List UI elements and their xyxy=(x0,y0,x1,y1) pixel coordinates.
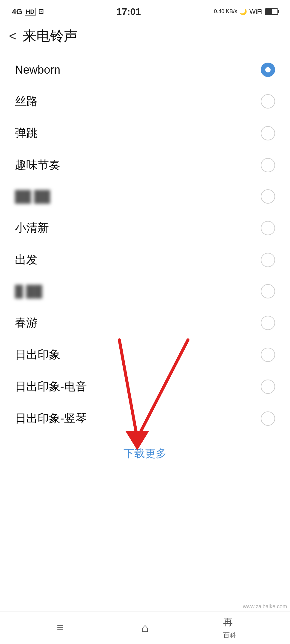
wifi-icon: WiFi xyxy=(249,8,263,16)
ringtone-name: 春游 xyxy=(15,315,38,330)
page-title: 来电铃声 xyxy=(23,27,78,45)
radio-button[interactable] xyxy=(261,253,275,267)
ringtone-name: 趣味节奏 xyxy=(15,157,60,173)
moon-icon: 🌙 xyxy=(240,8,247,15)
radio-button[interactable] xyxy=(261,158,275,172)
ringtone-name: █ ██ xyxy=(15,285,42,298)
ringtone-name: 日出印象 xyxy=(15,347,60,362)
download-more-link[interactable]: 下载更多 xyxy=(124,447,166,459)
status-bar: 4G HD ⊡ 17:01 0.40 KB/s 🌙 WiFi xyxy=(0,0,290,21)
ringtone-item[interactable]: █ ██ xyxy=(0,276,290,307)
radio-button[interactable] xyxy=(261,94,275,109)
battery-icon xyxy=(265,8,278,15)
ringtone-item[interactable]: 出发 xyxy=(0,244,290,276)
radio-button[interactable] xyxy=(261,284,275,298)
ringtone-name: Newborn xyxy=(15,64,60,76)
radio-button[interactable] xyxy=(261,411,275,426)
ringtone-name: 出发 xyxy=(15,252,38,267)
radio-button[interactable] xyxy=(261,221,275,235)
ringtone-item[interactable]: 丝路 xyxy=(0,85,290,117)
data-speed: 0.40 KB/s xyxy=(214,8,237,15)
nav-home[interactable]: ⌂ xyxy=(103,621,187,634)
ringtone-name: 日出印象-电音 xyxy=(15,379,87,394)
download-more-section: 下载更多 xyxy=(0,437,290,473)
back-button[interactable]: < xyxy=(9,30,17,43)
radio-button[interactable] xyxy=(261,316,275,330)
radio-button[interactable] xyxy=(261,380,275,394)
radio-button[interactable] xyxy=(261,126,275,140)
ringtone-item[interactable]: Newborn xyxy=(0,54,290,85)
ringtone-name: ██ ██ xyxy=(15,190,50,203)
ringtone-item[interactable]: 趣味节奏 xyxy=(0,149,290,181)
signal-text: 4G xyxy=(12,7,22,16)
ringtone-name: 小清新 xyxy=(15,220,49,236)
wiki-icon: 再百科 xyxy=(223,616,236,640)
watermark: www.zaibaike.com xyxy=(243,603,287,610)
ringtone-name: 日出印象-竖琴 xyxy=(15,411,87,426)
ringtone-item[interactable]: 弹跳 xyxy=(0,117,290,149)
radio-button[interactable] xyxy=(261,189,275,204)
ringtone-list: Newborn丝路弹跳趣味节奏██ ██小清新出发█ ██春游日出印象日出印象-… xyxy=(0,51,290,437)
screen-record-icon: ⊡ xyxy=(38,8,44,16)
ringtone-item[interactable]: 日出印象 xyxy=(0,339,290,371)
radio-button[interactable] xyxy=(261,63,275,77)
nav-menu[interactable]: ≡ xyxy=(18,621,103,634)
menu-icon: ≡ xyxy=(57,621,64,634)
bottom-navigation: ≡ ⌂ 再百科 xyxy=(0,611,290,644)
ringtone-item[interactable]: 日出印象-电音 xyxy=(0,371,290,402)
ringtone-item[interactable]: 小清新 xyxy=(0,212,290,244)
hd-icon: HD xyxy=(25,8,36,16)
ringtone-name: 丝路 xyxy=(15,94,38,109)
status-left-icons: 4G HD ⊡ xyxy=(12,7,44,16)
page-header: < 来电铃声 xyxy=(0,21,290,51)
radio-button[interactable] xyxy=(261,348,275,362)
home-icon: ⌂ xyxy=(141,621,149,634)
nav-wiki[interactable]: 再百科 xyxy=(187,616,272,640)
ringtone-item[interactable]: ██ ██ xyxy=(0,181,290,212)
ringtone-item[interactable]: 春游 xyxy=(0,307,290,339)
status-right-icons: 0.40 KB/s 🌙 WiFi xyxy=(214,8,278,16)
ringtone-name: 弹跳 xyxy=(15,126,38,141)
ringtone-item[interactable]: 日出印象-竖琴 xyxy=(0,402,290,434)
status-time: 17:01 xyxy=(116,6,141,17)
